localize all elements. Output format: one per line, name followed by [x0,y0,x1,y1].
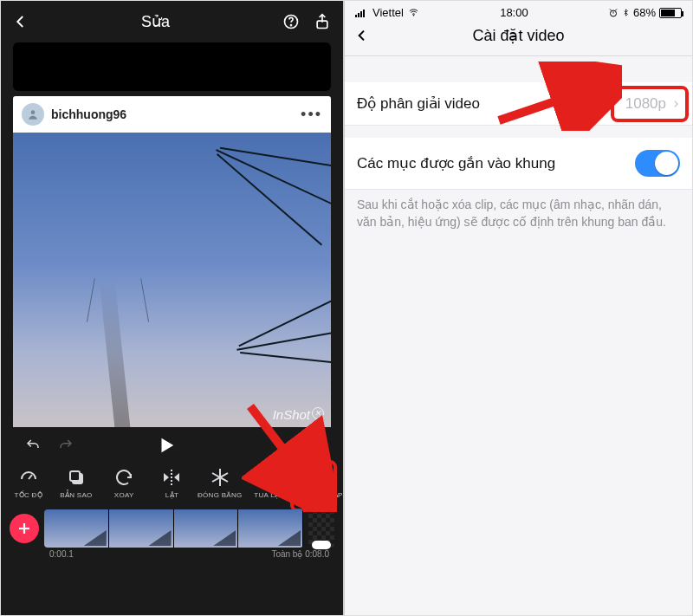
ad-banner[interactable] [13,42,331,91]
svg-line-29 [615,9,617,10]
svg-rect-7 [70,471,80,481]
time-start: 0:00.1 [49,549,74,559]
undo-icon[interactable] [23,438,42,453]
svg-line-5 [29,475,32,479]
battery-icon [659,8,682,18]
status-bar: Viettel 18:00 68% [345,1,692,21]
clip-strip[interactable] [44,509,303,548]
resolution-value: 1080p [625,95,666,113]
username: bichhuong96 [51,107,301,121]
row-resolution[interactable]: Độ phân giải video 1080p [345,82,692,126]
editor-header: Sửa [1,1,343,42]
play-icon[interactable] [157,436,176,455]
tool-freeze[interactable]: ĐÓNG BĂNG [198,467,242,499]
svg-rect-23 [360,11,362,17]
tool-row: TỐC ĐỘ BẢN SAO XOAY LẬT ĐÓNG BĂNG TUA LẠ… [1,462,343,506]
svg-marker-14 [260,471,267,483]
settings-header: Cài đặt video [345,21,692,56]
svg-rect-21 [355,15,357,17]
avatar [22,103,44,126]
video-preview[interactable]: InShot✕ [13,133,331,427]
battery-pct: 68% [633,6,656,19]
playback-bar [1,427,343,462]
editor-title: Sửa [141,12,170,31]
svg-marker-9 [164,473,169,482]
svg-rect-24 [363,10,365,17]
svg-marker-4 [161,438,173,453]
post-header: bichhuong96 ••• [13,96,331,133]
tool-copy[interactable]: BẢN SAO [55,467,98,499]
svg-marker-15 [268,471,275,483]
preview-card: bichhuong96 ••• InShot✕ [13,96,331,427]
back-chevron-icon[interactable] [355,27,376,44]
svg-point-25 [413,15,414,16]
alarm-icon [608,8,619,18]
snap-label: Các mục được gắn vào khung [357,154,635,172]
clock: 18:00 [500,6,528,19]
snap-description: Sau khi cắt hoặc xóa clip, các mục (âm n… [345,190,692,230]
tool-settings[interactable]: CÁC THIẾT LẬP [294,467,337,499]
tool-flip[interactable]: LẬT [150,467,193,499]
help-icon[interactable] [282,13,300,30]
snap-toggle[interactable] [635,150,680,177]
settings-title: Cài đặt video [376,26,661,45]
row-snap: Các mục được gắn vào khung [345,138,692,190]
svg-point-1 [291,25,292,26]
tool-speed[interactable]: TỐC ĐỘ [7,467,50,499]
watermark[interactable]: InShot✕ [273,407,324,422]
clip-end-handle[interactable] [308,509,334,548]
carrier: Viettel [372,6,404,19]
svg-point-3 [31,110,36,114]
timeline-footer: 0:00.1 Toàn bộ 0:08.0 [10,548,334,559]
timeline: 0:00.1 Toàn bộ 0:08.0 [1,506,343,564]
redo-icon[interactable] [56,438,75,453]
svg-point-16 [313,475,318,480]
signal-icon [355,9,369,17]
tool-rotate[interactable]: XOAY [102,467,146,499]
svg-rect-22 [358,13,359,17]
svg-line-28 [610,9,612,10]
back-chevron-icon[interactable] [13,14,29,29]
resolution-label: Độ phân giải video [357,94,625,113]
settings-screen: Viettel 18:00 68% Cài đặt video Độ phân … [345,1,692,615]
bluetooth-icon [622,7,630,18]
add-clip-button[interactable] [10,514,39,543]
more-icon[interactable]: ••• [301,106,322,124]
share-icon[interactable] [314,13,331,30]
tool-rewind[interactable]: TUA LẠI [246,467,289,499]
editor-screen: Sửa bichhuong96 ••• InShot✕ [1,1,345,615]
chevron-right-icon [671,98,680,110]
wifi-icon [407,8,420,17]
svg-marker-10 [174,473,179,482]
